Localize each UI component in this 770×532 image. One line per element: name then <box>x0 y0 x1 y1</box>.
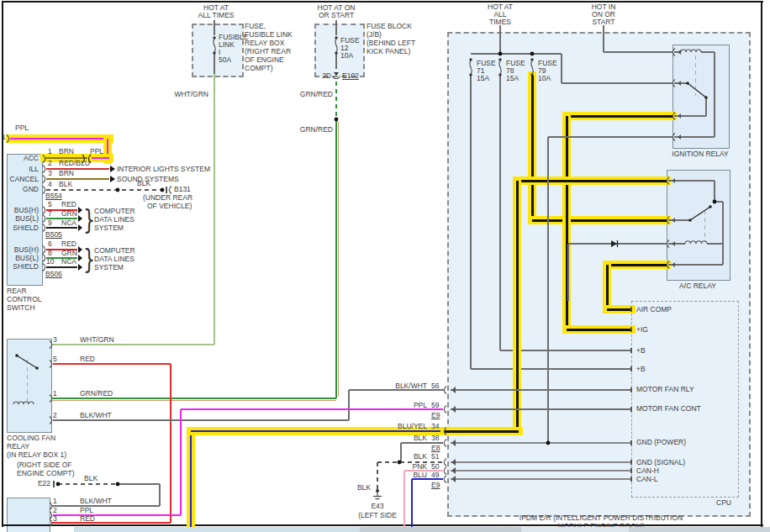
wire <box>630 327 632 332</box>
label-under-rear: (UNDER REAR <box>143 194 192 202</box>
label-5: 5 <box>48 201 52 208</box>
arrow-l-icon <box>678 134 681 140</box>
wire <box>705 97 706 116</box>
label-grn-red: GRN/RED <box>80 390 113 398</box>
label-b554: B554 <box>45 192 62 200</box>
wire <box>668 180 715 181</box>
label-15a: 15A <box>477 75 489 82</box>
wire-wht-grn <box>51 344 214 345</box>
wire <box>470 76 472 369</box>
arrow-l-icon <box>451 476 456 482</box>
label-fuse-block: FUSE BLOCK <box>367 23 412 30</box>
label-bus-h: BUS(H) <box>14 207 39 214</box>
wire <box>27 360 28 402</box>
label-blk: BLK <box>414 453 427 461</box>
label-blu: BLU <box>413 471 427 479</box>
label-red: RED <box>61 201 76 208</box>
wire-blk-gnd <box>46 189 164 191</box>
wire-ign-relay-out <box>567 115 672 118</box>
label-blk-wht: BLK/WHT <box>80 498 112 505</box>
label-34: 34 <box>431 423 439 430</box>
label-50a: 50A <box>219 56 231 64</box>
label-rear: REAR <box>7 287 27 295</box>
label-e43: E43 <box>371 503 383 510</box>
label-data-lines: DATA LINES <box>94 255 134 263</box>
wire <box>701 51 715 52</box>
wire <box>603 25 604 52</box>
wire-red-blu <box>46 168 109 170</box>
label-gnd: GND <box>23 186 39 193</box>
wire <box>338 121 339 397</box>
label-red: RED <box>80 515 95 523</box>
label-1: 1 <box>53 390 57 398</box>
wire <box>451 442 631 444</box>
ac-relay-label: A/C RELAY <box>654 282 741 290</box>
arrow-l-icon <box>678 50 681 55</box>
label-ppl: PPL <box>80 507 93 514</box>
label-+ig: +IG <box>636 326 648 334</box>
label-fuse: FUSE, <box>245 23 266 30</box>
ignition-relay-label: IGNITION RELAY <box>658 150 742 158</box>
label-bus-l: BUS(L) <box>15 215 39 223</box>
label-51: 51 <box>431 453 439 461</box>
wire-red <box>170 364 171 523</box>
label-3: 3 <box>53 336 57 344</box>
label-right-rear: (RIGHT REAR <box>245 48 291 55</box>
arrow-l-icon <box>678 113 681 119</box>
wire <box>451 461 631 463</box>
arrow-r-icon <box>110 176 115 182</box>
arrow-r-icon <box>78 255 82 261</box>
wire <box>630 440 632 445</box>
label-bus-h: BUS(H) <box>14 246 39 254</box>
wire-wht-grn <box>214 74 215 345</box>
header-line: OR START <box>298 12 374 19</box>
label-blk: BLK <box>59 181 72 188</box>
label-1: 1 <box>48 148 52 155</box>
wire-red <box>53 363 171 365</box>
label-computer: COMPUTER <box>94 208 135 215</box>
wire <box>451 470 631 471</box>
label-5: 5 <box>53 356 57 363</box>
header-line: START <box>566 18 641 26</box>
label-can-h: CAN-H <box>636 467 659 475</box>
label-8: 8 <box>48 250 52 257</box>
label-10a: 10A <box>538 75 551 82</box>
wire <box>630 348 632 353</box>
label-2: 2 <box>53 412 57 419</box>
wire-blu-yel <box>190 431 192 532</box>
label-red-blu: RED/BLU <box>59 160 90 167</box>
label-10a: 10A <box>340 52 353 60</box>
label-link: LINK <box>219 41 235 49</box>
wire-air-comp <box>607 264 667 266</box>
bottom-bar-4 <box>629 527 770 532</box>
wire-pnk <box>403 471 405 532</box>
label-interior-lights-system: INTERIOR LIGHTS SYSTEM <box>117 166 210 173</box>
arrow-l-icon <box>672 218 675 223</box>
wire-blk-gnd-e43 <box>377 462 378 491</box>
wire-air-comp <box>606 265 609 309</box>
label-of-engine: OF ENGINE <box>245 56 284 64</box>
ipdm-title-line-1: IPDM E/R (INTELLIGENT POWER DISTRIBUTION <box>450 514 752 522</box>
wire <box>568 243 667 245</box>
label-b506: B506 <box>45 271 62 278</box>
label-grn: GRN <box>61 250 77 257</box>
label-switch: SWITCH <box>7 304 35 312</box>
wire-ac-relay-out <box>445 430 519 433</box>
label-+b: +B <box>636 366 646 373</box>
label-can-l: CAN-L <box>636 476 658 483</box>
label-shield: SHIELD <box>13 224 39 232</box>
wire-blk-wht <box>348 390 350 420</box>
label-56: 56 <box>431 382 439 390</box>
label-cancel: CANCEL <box>10 176 39 183</box>
label-blk-wht: BLK/WHT <box>80 412 112 419</box>
label-3: 3 <box>53 515 57 523</box>
wire <box>707 243 723 244</box>
wire-ppl <box>53 514 181 516</box>
arrow-l-icon <box>672 241 675 246</box>
label-red: RED <box>61 240 76 248</box>
label-computer: COMPUTER <box>94 247 135 255</box>
cpu-label: CPU <box>671 499 731 507</box>
label-sound-systems: SOUND SYSTEMS <box>117 176 179 183</box>
wire-blk-wht <box>53 419 349 421</box>
bottom-bar-2 <box>360 527 521 532</box>
